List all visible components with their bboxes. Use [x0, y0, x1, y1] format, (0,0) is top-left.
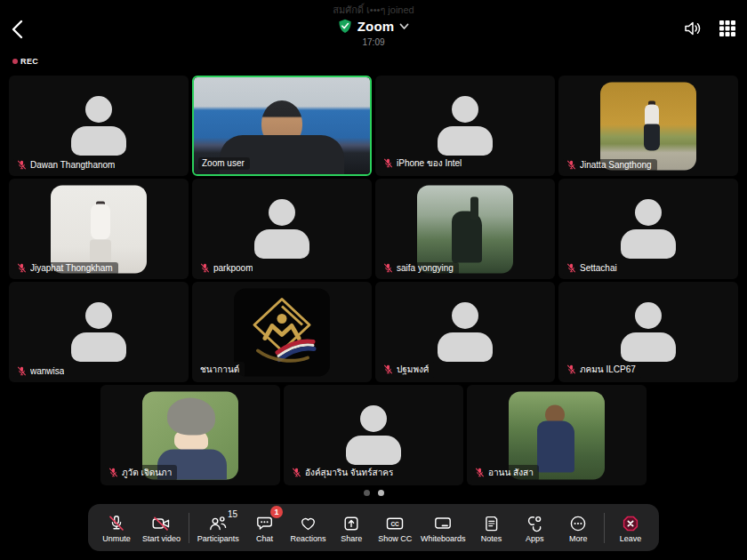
verified-shield-icon [338, 19, 352, 34]
participants-button[interactable]: 15 Participants [197, 512, 239, 543]
speaker-button[interactable] [681, 18, 704, 39]
participant-tile[interactable]: ภคมน ILCP67 [558, 282, 738, 382]
thai-institute-logo [234, 288, 330, 376]
camera-off-icon [151, 512, 171, 532]
name-tag: ปฐมพงศ์ [380, 362, 434, 378]
notes-button[interactable]: Notes [474, 512, 510, 543]
meeting-title: Zoom [357, 19, 395, 34]
whiteboards-button[interactable]: Whiteboards [421, 512, 466, 543]
name-tag: Dawan Thangthanom [13, 159, 120, 172]
participants-count-badge: 15 [228, 509, 237, 519]
whiteboard-icon [433, 512, 453, 532]
mic-muted-icon [566, 364, 576, 374]
page-dot-active [378, 490, 384, 496]
grid-row-4: ภูวัต เจิดนภา อังค์สุมาริน จันทร์สาคร อา… [9, 385, 738, 485]
video-thumbnail [600, 82, 696, 170]
name-tag: Jinatta Sangthong [563, 159, 657, 172]
name-tag: parkpoom [197, 262, 258, 275]
video-thumbnail [417, 185, 513, 273]
heart-icon [299, 512, 317, 532]
chat-icon: 1 [255, 512, 274, 532]
name-tag: ภูวัต เจิดนภา [105, 465, 177, 481]
chevron-down-icon [399, 23, 409, 30]
name-tag: Settachai [563, 262, 622, 275]
meeting-title-button[interactable]: Zoom [0, 18, 747, 35]
participant-tile[interactable]: wanwisa [9, 282, 189, 382]
participant-tile-active-speaker[interactable]: Zoom user [192, 76, 372, 176]
mic-muted-icon [383, 263, 393, 273]
page-indicator [0, 490, 747, 496]
participants-icon: 15 [208, 512, 228, 532]
mic-muted-icon [108, 512, 125, 532]
meeting-toolbar: Unmute Start video [88, 504, 659, 551]
more-ellipsis-icon [569, 512, 587, 532]
mic-muted-icon [108, 468, 118, 477]
mic-muted-icon [200, 263, 210, 273]
participant-tile[interactable]: Settachai [558, 179, 738, 279]
recording-indicator: REC [12, 57, 38, 66]
participant-tile[interactable]: Jinatta Sangthong [558, 76, 738, 176]
participant-tile[interactable]: ปฐมพงศ์ [375, 282, 555, 382]
mic-muted-icon [383, 158, 393, 168]
start-video-button[interactable]: Start video [142, 512, 181, 543]
page-dot [364, 490, 370, 496]
name-tag: อังค์สุมาริน จันทร์สาคร [288, 465, 398, 481]
leave-button[interactable]: Leave [613, 512, 648, 543]
chat-unread-badge: 1 [270, 506, 283, 518]
name-tag: iPhone ของ Intel [380, 156, 467, 172]
leave-meeting-icon [622, 512, 639, 532]
top-right-actions [681, 18, 738, 39]
mic-muted-icon [17, 366, 27, 376]
name-tag: ภคมน ILCP67 [563, 362, 641, 378]
gold-emblem-icon [247, 296, 317, 369]
name-tag: Jiyaphat Thongkham [13, 262, 118, 275]
mic-muted-icon [566, 263, 576, 273]
record-dot-icon [12, 59, 18, 64]
apps-icon [526, 512, 543, 532]
participant-tile[interactable]: อังค์สุมาริน จันทร์สาคร [284, 385, 463, 485]
mic-muted-icon [17, 160, 27, 170]
reactions-button[interactable]: Reactions [290, 512, 325, 543]
participant-grid: Dawan Thangthanom Zoom user iPhone ของ I… [9, 76, 738, 488]
participant-tile[interactable]: Dawan Thangthanom [9, 76, 189, 176]
svg-text:CC: CC [391, 521, 400, 527]
unmute-button[interactable]: Unmute [99, 512, 134, 543]
gallery-view-button[interactable] [717, 18, 738, 39]
video-thumbnail [51, 185, 147, 273]
closed-captions-icon: CC [385, 512, 405, 532]
grid-row-3: wanwisa [9, 282, 738, 382]
toolbar-divider [189, 513, 189, 543]
mic-muted-icon [292, 468, 301, 477]
grid-view-icon [719, 20, 736, 37]
participant-tile[interactable]: saifa yongying [375, 179, 555, 279]
share-icon [342, 512, 360, 532]
notes-icon [484, 512, 500, 532]
share-button[interactable]: Share [333, 512, 369, 543]
more-button[interactable]: More [560, 512, 596, 543]
join-notification: สมศักดิ์ เ•••ๆ joined [0, 2, 747, 18]
name-tag: Zoom user [198, 157, 250, 170]
grid-row-2: Jiyaphat Thongkham parkpoom saifa yongyi… [9, 179, 738, 279]
grid-row-1: Dawan Thangthanom Zoom user iPhone ของ I… [9, 76, 738, 176]
name-tag: ชนากานต์ [197, 362, 245, 378]
name-tag: saifa yongying [380, 262, 459, 275]
participant-tile[interactable]: อานน สังสา [467, 385, 647, 485]
name-tag: wanwisa [13, 365, 69, 378]
participant-tile[interactable]: iPhone ของ Intel [375, 76, 555, 176]
name-tag: อานน สังสา [471, 465, 539, 481]
participant-tile[interactable]: ภูวัต เจิดนภา [100, 385, 280, 485]
participant-tile[interactable]: Jiyaphat Thongkham [9, 179, 189, 279]
mic-muted-icon [17, 263, 27, 273]
participant-tile[interactable]: ชนากานต์ [192, 282, 372, 382]
zoom-meeting-screen: สมศักดิ์ เ•••ๆ joined Zoom 17:09 [0, 0, 747, 560]
meeting-time: 17:09 [0, 37, 747, 47]
speaker-icon [683, 20, 703, 37]
mic-muted-icon [475, 468, 485, 477]
show-cc-button[interactable]: CC Show CC [377, 512, 413, 543]
participant-tile[interactable]: parkpoom [192, 179, 372, 279]
chat-button[interactable]: 1 Chat [247, 512, 283, 543]
apps-button[interactable]: Apps [517, 512, 552, 543]
mic-muted-icon [566, 160, 576, 170]
toolbar-divider [604, 513, 605, 543]
mic-muted-icon [383, 364, 393, 374]
